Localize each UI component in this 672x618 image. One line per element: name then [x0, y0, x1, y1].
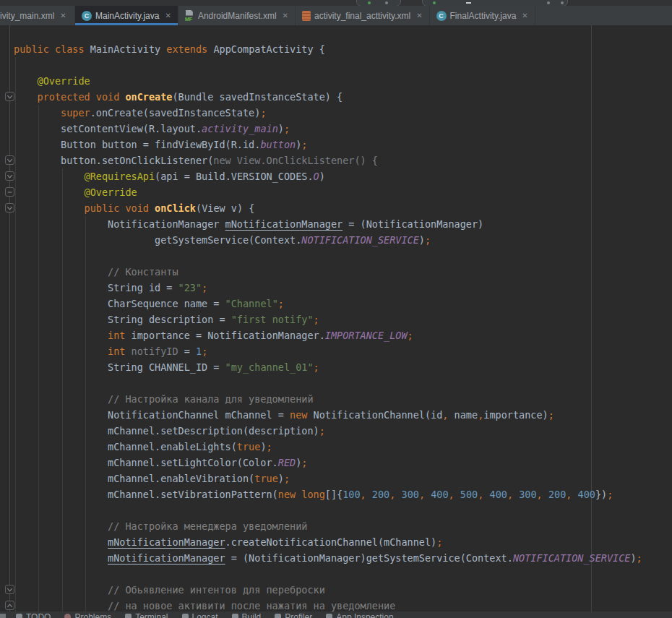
- code-line: // Обьявление интентов для переброски: [14, 582, 642, 598]
- code-line: mChannel.enableLights(true);: [14, 439, 642, 455]
- java-class-icon: C: [436, 11, 447, 21]
- code-line: String id = "23";: [14, 280, 642, 296]
- tab-label: MainActivity.java: [95, 11, 159, 21]
- code-line: mChannel.enableVibration(true);: [14, 471, 642, 486]
- code-line: @Override: [14, 184, 642, 200]
- tool-window-label: TODO: [26, 612, 51, 618]
- status-dot-icon: [385, 1, 388, 4]
- fold-down-icon[interactable]: [5, 171, 14, 181]
- toolbar-mark: [466, 2, 471, 4]
- code-line: int importance = NotificationManager.IMP…: [14, 327, 642, 343]
- run-config-button-fragment[interactable]: [356, 0, 401, 6]
- code-editor[interactable]: public class MainActivity extends AppCom…: [0, 25, 672, 611]
- code-line: mNotificationManager.createNotificationC…: [14, 534, 642, 550]
- manifest-file-icon: MF: [185, 10, 194, 22]
- tool-window-label: Problems: [74, 612, 111, 618]
- close-icon[interactable]: ✕: [165, 12, 171, 20]
- code-line: // Настройка канала для уведомлений: [14, 391, 642, 407]
- build-icon: [232, 614, 238, 618]
- clipped-icon: [0, 614, 6, 618]
- java-class-icon: C: [82, 11, 92, 21]
- app-inspection-icon: [326, 614, 332, 618]
- tool-window-label: Build: [242, 612, 262, 618]
- status-dot-icon: [561, 1, 564, 4]
- code-line: CharSequence name = "Channel";: [14, 296, 642, 312]
- code-line: mChannel.setLightColor(Color.RED);: [14, 455, 642, 471]
- tool-window-button-problems[interactable]: Problems: [64, 611, 111, 618]
- code-line: String CHANNEL_ID = "my_channel_01";: [14, 359, 642, 375]
- tool-window-button-logcat[interactable]: Logcat: [182, 611, 218, 618]
- tool-window-label: Logcat: [192, 612, 218, 618]
- tab-label: AndroidManifest.xml: [198, 11, 277, 21]
- code-line: int notifyID = 1;: [14, 343, 642, 359]
- problems-icon: [64, 614, 71, 618]
- fold-down-icon[interactable]: [5, 155, 14, 165]
- logcat-icon: [182, 614, 189, 618]
- code-line: [14, 502, 642, 518]
- tab-ivity-main-xml[interactable]: ivity_main.xml✕: [0, 6, 75, 25]
- close-icon[interactable]: ✕: [283, 12, 288, 20]
- terminal-icon: [125, 614, 132, 618]
- tool-window-button-todo[interactable]: TODO: [16, 611, 51, 618]
- tab-mainactivity-java[interactable]: CMainActivity.java✕: [75, 6, 178, 25]
- profiler-icon: [275, 614, 281, 618]
- tab-label: FinalActtivity.java: [450, 11, 517, 21]
- code-line: NotificationChannel mChannel = new Notif…: [14, 407, 642, 423]
- code-line: setContentView(R.layout.activity_main);: [14, 121, 642, 137]
- code-line: getSystemService(Context.NOTIFICATION_SE…: [14, 232, 642, 248]
- fold-dash-icon[interactable]: [5, 187, 14, 197]
- layout-file-icon: [302, 11, 311, 21]
- tool-window-button-app-inspection[interactable]: App Inspection: [326, 611, 393, 618]
- editor-tab-bar: ivity_main.xml✕CMainActivity.java✕MFAndr…: [0, 6, 672, 25]
- tab-finalacttivity-java[interactable]: CFinalActtivity.java✕: [430, 6, 535, 25]
- code-line: mChannel.setVibrationPattern(new long[]{…: [14, 486, 642, 502]
- code-line: // на новое активити после нажатия на ув…: [14, 598, 642, 611]
- tool-window-label: Profiler: [285, 612, 312, 618]
- tool-window-button-build[interactable]: Build: [232, 611, 262, 618]
- tool-window-bar: TODOProblemsTerminalLogcatBuildProfilerA…: [0, 611, 672, 618]
- code-line: public class MainActivity extends AppCom…: [14, 41, 642, 57]
- code-line: [14, 375, 642, 391]
- fold-down-icon[interactable]: [5, 585, 14, 594]
- code-line: // Настройка менеджера уведомлений: [14, 518, 642, 534]
- code-line: // Константы: [14, 264, 642, 280]
- code-line: mNotificationManager = (NotificationMana…: [14, 550, 642, 566]
- tab-activity-final-acttivity-xml[interactable]: activity_final_acttivity.xml✕: [296, 6, 430, 25]
- todo-icon: [16, 614, 22, 618]
- status-dot-icon: [433, 1, 436, 4]
- code-line: [14, 248, 642, 264]
- close-icon[interactable]: ✕: [522, 12, 527, 20]
- status-dot-icon: [368, 1, 371, 4]
- fold-down-icon[interactable]: [5, 92, 14, 101]
- tool-window-label: App Inspection: [336, 612, 393, 618]
- code-line: public void onClick(View v) {: [14, 200, 642, 216]
- code-line: protected void onCreate(Bundle savedInst…: [14, 89, 642, 105]
- tab-androidmanifest-xml[interactable]: MFAndroidManifest.xml✕: [178, 6, 296, 25]
- tab-label: ivity_main.xml: [0, 11, 54, 21]
- code-line: NotificationManager mNotificationManager…: [14, 216, 642, 232]
- code-line: mChannel.setDescription(description);: [14, 423, 642, 439]
- code-line: super.onCreate(savedInstanceState);: [14, 105, 642, 121]
- code-line: [14, 57, 642, 73]
- code-line: [14, 566, 642, 582]
- tool-window-button-terminal[interactable]: Terminal: [125, 611, 168, 618]
- code-line: button.setOnClickListener(new View.OnCli…: [14, 153, 642, 168]
- toolbar-strip: [0, 0, 672, 6]
- status-dot-icon: [547, 1, 550, 4]
- tab-label: activity_final_acttivity.xml: [314, 11, 410, 21]
- fold-up-icon[interactable]: [5, 601, 14, 610]
- device-selector-button-fragment[interactable]: [422, 0, 568, 6]
- code-line: @Override: [14, 73, 642, 89]
- code-line: Button button = findViewById(R.id.button…: [14, 137, 642, 153]
- code-line: String description = "first notify";: [14, 312, 642, 327]
- tool-window-button-profiler[interactable]: Profiler: [275, 611, 312, 618]
- code-line: @RequiresApi(api = Build.VERSION_CODES.O…: [14, 168, 642, 184]
- code-lines: public class MainActivity extends AppCom…: [0, 25, 642, 611]
- fold-down-icon[interactable]: [5, 203, 14, 213]
- tool-window-label: Terminal: [135, 612, 168, 618]
- close-icon[interactable]: ✕: [416, 12, 422, 20]
- close-icon[interactable]: ✕: [60, 12, 66, 20]
